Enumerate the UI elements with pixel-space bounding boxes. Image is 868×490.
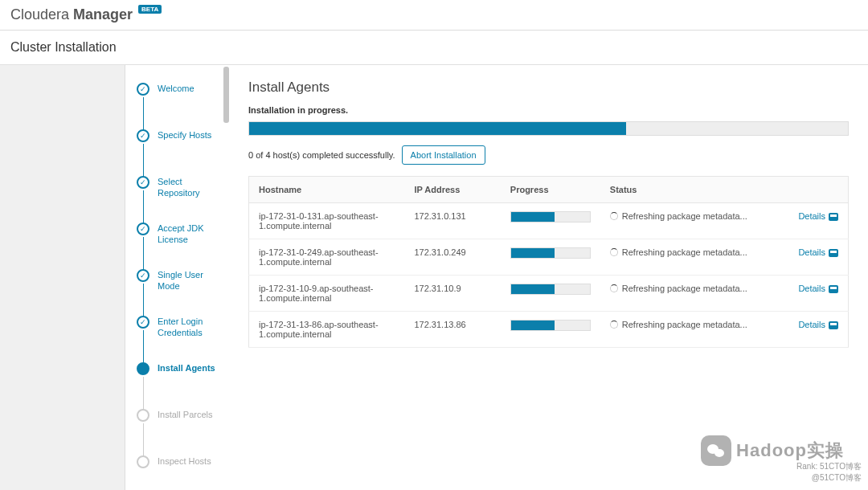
step-label[interactable]: Enter Login Credentials — [158, 316, 227, 338]
wizard-stepper: ✓Welcome✓Specify Hosts✓Select Repository… — [125, 65, 229, 490]
spinner-icon — [610, 248, 618, 256]
cell-ip: 172.31.10.9 — [404, 276, 500, 312]
completion-summary: 0 of 4 host(s) completed successfully. — [248, 150, 395, 160]
cell-progress — [501, 203, 600, 239]
cell-ip: 172.31.13.86 — [404, 312, 500, 348]
watermark: Rank: 51CTO博客 @51CTO博客 — [796, 461, 862, 484]
cell-ip: 172.31.0.131 — [404, 203, 500, 239]
step-select-repository[interactable]: ✓Select Repository — [125, 168, 229, 214]
check-icon: ✓ — [137, 316, 149, 329]
details-link[interactable]: Details — [798, 211, 825, 221]
brand-light: Cloudera — [10, 6, 73, 22]
cell-status: Refreshing package metadata... — [600, 276, 784, 312]
cell-actions: Details — [784, 239, 849, 276]
cell-actions: Details — [784, 312, 849, 348]
main-layout: ✓Welcome✓Specify Hosts✓Select Repository… — [0, 65, 868, 490]
step-install-agents[interactable]: Install Agents — [125, 354, 229, 401]
brand-logo[interactable]: Cloudera Manager BETA — [10, 6, 162, 22]
wechat-icon — [701, 435, 731, 466]
step-install-parcels: Install Parcels — [125, 401, 229, 447]
cell-status: Refreshing package metadata... — [600, 312, 784, 348]
svg-point-1 — [714, 449, 724, 457]
watermark-line1: Rank: 51CTO博客 — [796, 461, 862, 472]
step-specify-hosts[interactable]: ✓Specify Hosts — [125, 121, 229, 168]
wechat-text: Hadoop实操 — [736, 439, 844, 463]
table-row: ip-172-31-0-249.ap-southeast-1.compute.i… — [249, 239, 849, 276]
page-breadcrumb: Cluster Installation — [0, 31, 868, 65]
step-label[interactable]: Single User Mode — [158, 269, 227, 292]
main-panel: Install Agents Installation in progress.… — [229, 65, 868, 490]
step-label[interactable]: Select Repository — [158, 176, 227, 198]
check-icon: ✓ — [137, 129, 149, 142]
step-label: Inspect Hosts — [158, 455, 211, 467]
col-hostname[interactable]: Hostname — [249, 177, 405, 203]
check-icon: ✓ — [137, 269, 149, 282]
cell-hostname: ip-172-31-0-249.ap-southeast-1.compute.i… — [249, 239, 405, 276]
cell-status: Refreshing package metadata... — [600, 239, 784, 276]
beta-badge: BETA — [138, 5, 162, 14]
page-title: Install Agents — [248, 80, 849, 96]
cell-hostname: ip-172-31-13-86.ap-southeast-1.compute.i… — [249, 312, 405, 348]
cell-progress — [501, 276, 600, 312]
details-link[interactable]: Details — [798, 320, 825, 329]
hosts-table: Hostname IP Address Progress Status ip-1… — [248, 176, 849, 348]
step-label[interactable]: Accept JDK License — [158, 223, 227, 245]
step-single-user-mode[interactable]: ✓Single User Mode — [125, 261, 229, 308]
table-row: ip-172-31-13-86.ap-southeast-1.compute.i… — [249, 312, 849, 348]
future-step-icon — [137, 409, 149, 422]
spinner-icon — [610, 212, 618, 220]
step-welcome[interactable]: ✓Welcome — [125, 75, 229, 121]
spinner-icon — [610, 284, 618, 292]
watermark-line2: @51CTO博客 — [796, 472, 862, 484]
current-step-icon — [137, 362, 149, 375]
left-gutter — [0, 65, 125, 490]
cell-hostname: ip-172-31-0-131.ap-southeast-1.compute.i… — [249, 203, 405, 239]
col-status[interactable]: Status — [600, 177, 784, 203]
cell-status: Refreshing package metadata... — [600, 203, 784, 239]
cell-actions: Details — [784, 203, 849, 239]
col-progress[interactable]: Progress — [501, 177, 600, 203]
step-inspect-hosts: Inspect Hosts — [125, 447, 229, 490]
progress-label: Installation in progress. — [248, 105, 849, 115]
step-label[interactable]: Specify Hosts — [158, 129, 211, 141]
step-accept-jdk-license[interactable]: ✓Accept JDK License — [125, 214, 229, 261]
app-header: Cloudera Manager BETA — [0, 0, 868, 31]
step-enter-login-credentials[interactable]: ✓Enter Login Credentials — [125, 308, 229, 354]
overall-progress-bar — [248, 121, 849, 136]
table-row: ip-172-31-10-9.ap-southeast-1.compute.in… — [249, 276, 849, 312]
step-label: Install Parcels — [158, 409, 212, 420]
spinner-icon — [610, 321, 618, 329]
abort-installation-button[interactable]: Abort Installation — [402, 145, 485, 165]
col-ip[interactable]: IP Address — [404, 177, 500, 203]
details-link[interactable]: Details — [798, 284, 825, 293]
cell-actions: Details — [784, 276, 849, 312]
cell-hostname: ip-172-31-10-9.ap-southeast-1.compute.in… — [249, 276, 405, 312]
popout-icon[interactable] — [829, 213, 838, 221]
check-icon: ✓ — [137, 176, 149, 189]
future-step-icon — [137, 455, 149, 468]
check-icon: ✓ — [137, 223, 149, 235]
cell-progress — [501, 312, 600, 348]
popout-icon[interactable] — [829, 249, 838, 257]
overall-progress-fill — [249, 122, 626, 135]
brand-bold: Manager — [73, 6, 133, 22]
cell-progress — [501, 239, 600, 276]
details-link[interactable]: Details — [798, 247, 825, 257]
popout-icon[interactable] — [829, 285, 838, 293]
check-icon: ✓ — [137, 83, 149, 96]
summary-row: 0 of 4 host(s) completed successfully. A… — [248, 145, 849, 165]
step-label[interactable]: Welcome — [158, 83, 194, 94]
step-label[interactable]: Install Agents — [158, 362, 215, 374]
popout-icon[interactable] — [829, 321, 838, 329]
table-row: ip-172-31-0-131.ap-southeast-1.compute.i… — [249, 203, 849, 239]
cell-ip: 172.31.0.249 — [404, 239, 500, 276]
